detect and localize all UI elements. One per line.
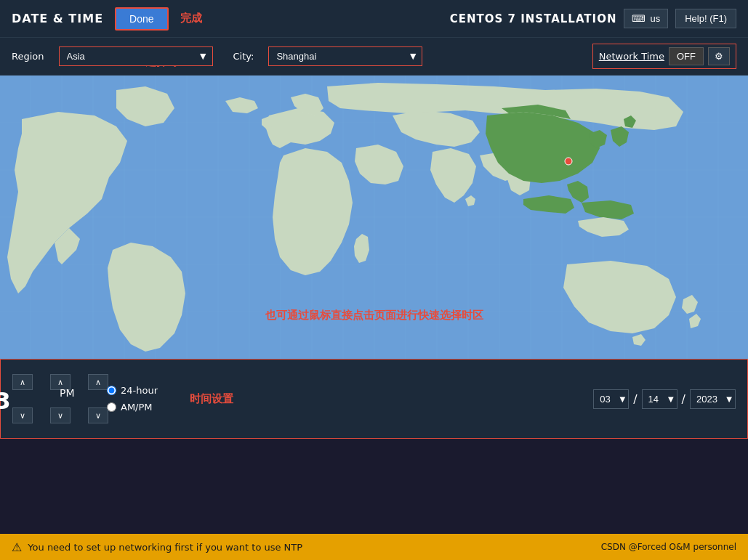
region-label: Region: [12, 51, 44, 62]
warning-bar: ⚠ You need to set up networking first if…: [0, 534, 748, 560]
day-select[interactable]: 010203 040506 070809 101112 131415: [642, 389, 677, 409]
up-icon2: ∧: [57, 378, 63, 387]
day-select-wrapper: 010203 040506 070809 101112 131415: [642, 389, 677, 409]
date-separator-1: /: [633, 392, 637, 406]
region-select-wrapper: Asia Africa America Europe Pacific: [59, 46, 213, 66]
warning-text: You need to set up networking first if y…: [28, 542, 302, 553]
seconds-up-button[interactable]: ∧: [88, 374, 108, 390]
month-select[interactable]: 010203 040506 070809 101112: [593, 389, 629, 409]
down-icon: ∨: [20, 411, 25, 421]
gear-icon: ⚙: [715, 51, 723, 62]
date-separator-2: /: [682, 392, 685, 406]
keyboard-button[interactable]: ⌨ us: [624, 9, 668, 28]
format-24h-option[interactable]: 24-hour: [107, 385, 158, 396]
done-annotation: 完成: [180, 12, 202, 25]
network-time-section: Network Time OFF ⚙: [592, 44, 736, 69]
format-ampm-option[interactable]: AM/PM: [107, 402, 158, 413]
warning-icon: ⚠: [12, 540, 22, 554]
year-select[interactable]: 2021202220232024: [690, 389, 736, 409]
seconds-down-button[interactable]: ∨: [88, 407, 108, 423]
format-ampm-radio[interactable]: [107, 402, 116, 412]
toolbar: Region Asia Africa America Europe Pacifi…: [0, 38, 748, 76]
minutes-control: ∧ ∨: [50, 374, 71, 423]
city-select-wrapper: Shanghai Beijing Tokyo Seoul Bangkok: [268, 46, 422, 66]
warning-right: CSDN @Forced O&M personnel: [601, 542, 736, 552]
warning-left: ⚠ You need to set up networking first if…: [12, 540, 302, 554]
month-select-wrapper: 010203 040506 070809 101112: [593, 389, 629, 409]
format-section: 24-hour AM/PM: [107, 385, 158, 413]
region-select[interactable]: Asia Africa America Europe Pacific: [60, 47, 212, 65]
network-time-settings-button[interactable]: ⚙: [708, 47, 730, 65]
format-24h-label: 24-hour: [121, 385, 158, 396]
centos-title: CENTOS 7 INSTALLATION: [450, 12, 617, 25]
city-label: City:: [233, 51, 254, 62]
date-section: 010203 040506 070809 101112 / 010203 040…: [593, 389, 736, 409]
down-icon2: ∨: [57, 411, 63, 421]
hours-control: ∧ ∨: [12, 374, 33, 423]
header-right: CENTOS 7 INSTALLATION ⌨ us Help! (F1): [450, 9, 736, 28]
time-section: ∧ ∨ ∧ ∨ ∧ ∨ 13:03 PM 24-hour: [0, 359, 748, 439]
format-ampm-label: AM/PM: [121, 402, 153, 413]
map-annotation: 也可通过鼠标直接点击页面进行快速选择时区: [265, 309, 483, 322]
network-time-toggle[interactable]: OFF: [669, 47, 704, 65]
network-time-label: Network Time: [599, 51, 664, 62]
time-annotation: 时间设置: [190, 392, 233, 406]
done-button[interactable]: Done: [115, 7, 168, 31]
header: DATE & TIME Done 完成 CENTOS 7 INSTALLATIO…: [0, 0, 748, 38]
time-display: 13:03: [0, 387, 12, 415]
hours-up-button[interactable]: ∧: [12, 374, 33, 390]
map-container[interactable]: 也可通过鼠标直接点击页面进行快速选择时区: [0, 76, 748, 359]
keyboard-locale: us: [650, 13, 660, 24]
up-icon: ∧: [20, 378, 25, 387]
up-icon3: ∧: [95, 378, 101, 387]
app-title: DATE & TIME: [12, 12, 103, 25]
down-icon3: ∨: [95, 411, 101, 421]
help-button[interactable]: Help! (F1): [675, 9, 736, 28]
year-select-wrapper: 2021202220232024: [690, 389, 736, 409]
seconds-control: ∧ ∨: [88, 374, 108, 423]
svg-point-29: [565, 158, 572, 165]
city-select[interactable]: Shanghai Beijing Tokyo Seoul Bangkok: [269, 47, 422, 65]
am-pm-label: PM: [60, 387, 75, 399]
minutes-down-button[interactable]: ∨: [50, 407, 71, 423]
format-24h-radio[interactable]: [107, 386, 116, 395]
keyboard-icon: ⌨: [632, 13, 646, 24]
header-left: DATE & TIME Done 完成: [12, 7, 202, 31]
hours-down-button[interactable]: ∨: [12, 407, 33, 423]
